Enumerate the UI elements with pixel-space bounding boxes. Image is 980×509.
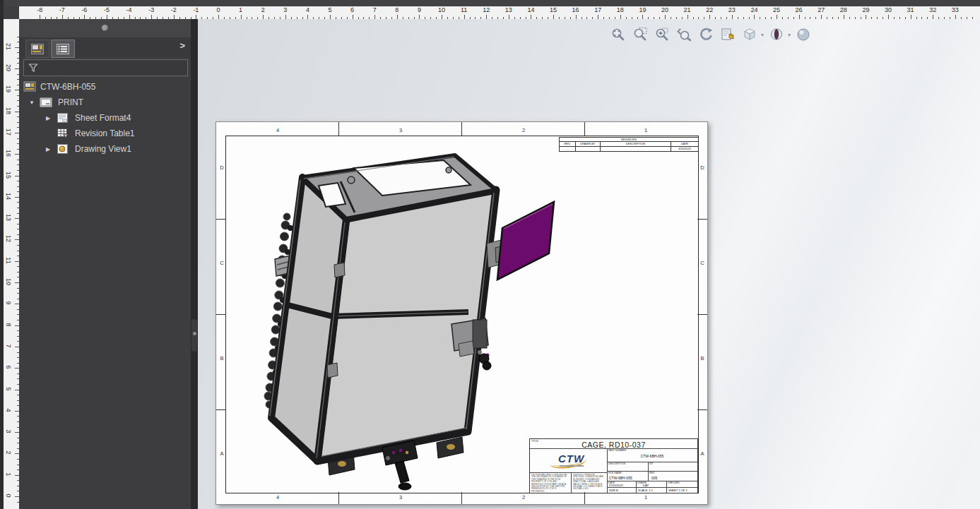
tree-item-print[interactable]: ▼PRINT	[19, 95, 191, 110]
ruler-label: -4	[124, 6, 135, 13]
title-block[interactable]: TITLE: CAGE, RD10-037 CTW PROPRIETARY AN…	[529, 438, 698, 493]
splitter-grip-handle[interactable]	[191, 319, 197, 352]
revision-cell	[601, 147, 671, 151]
hide-show-items-dropdown-caret[interactable]: ▾	[788, 32, 791, 38]
ruler-label: 28	[838, 6, 849, 13]
display-style-icon	[742, 27, 757, 42]
weight-label: WT:	[649, 462, 654, 465]
ruler-label: 3	[280, 6, 291, 13]
splitter-grip-dot	[193, 332, 196, 335]
ruler-label: 19	[5, 85, 12, 93]
tree-item-revision-table1[interactable]: 1Revision Table1	[19, 126, 191, 141]
file-name-value: CTW-6BH-055	[609, 476, 632, 480]
display-style-dropdown-caret[interactable]: ▾	[761, 32, 764, 38]
window-top-strip	[0, 0, 980, 6]
rotate-view-button[interactable]	[697, 25, 715, 44]
rev-value: 005	[651, 476, 657, 480]
tree-item-label: PRINT	[58, 97, 83, 107]
ruler-label: 13	[5, 213, 12, 222]
display-style-button[interactable]	[740, 25, 759, 44]
tree-item-drawing-view1[interactable]: ▶Drawing View1	[19, 141, 191, 157]
ruler-label: 0	[213, 6, 224, 13]
ruler-label: 3	[5, 427, 12, 436]
previous-view-button[interactable]	[675, 25, 693, 44]
revision-table-icon: 1	[57, 128, 69, 139]
top-sensor-right	[446, 167, 451, 173]
tree-item-ctw-6bh-055[interactable]: CTW-6BH-055	[19, 79, 191, 95]
logo-subtext-line	[560, 465, 584, 467]
ruler-label: 17	[592, 6, 603, 13]
ruler-label: 26	[793, 6, 805, 13]
feature-manager-panel: > CTW-6BH-055▼PRINT▶Sheet Format41Revisi…	[19, 19, 191, 509]
zoom-in-out-button[interactable]	[653, 25, 671, 44]
ruler-label: 11	[459, 6, 470, 13]
hide-show-items-button[interactable]	[767, 25, 786, 44]
ruler-label: 16	[570, 6, 581, 13]
panel-grip-icon[interactable]	[102, 25, 108, 31]
filter-input[interactable]	[23, 59, 188, 76]
display-pane-tab[interactable]	[51, 40, 75, 58]
ruler-label: 16	[5, 149, 12, 157]
zoom-to-fit-button[interactable]	[609, 25, 627, 44]
collapsed-arrow-icon[interactable]: ▶	[45, 115, 52, 121]
revision-table[interactable]: REVISIONS REV.DRAWN BYDESCRIPTIONDATE -4…	[559, 137, 699, 152]
ruler-label: 21	[682, 6, 693, 13]
ruler-label: 22	[704, 6, 715, 13]
ruler-label: 23	[726, 6, 738, 13]
ruler-horizontal: -8-7-6-5-4-3-2-1012345678910111213141516…	[19, 6, 980, 20]
ruler-label: 0	[5, 491, 12, 500]
ruler-label: 18	[615, 6, 626, 13]
size-value: SIZE B	[609, 489, 618, 492]
scale-value: SCALE: 1:1	[638, 489, 653, 492]
ruler-label: 31	[905, 6, 916, 13]
sheet-format-icon	[57, 112, 69, 124]
description-label: DESCRIPTION:	[608, 462, 626, 465]
tree-item-label: CTW-6BH-055	[40, 82, 95, 92]
drawing-view-icon	[57, 143, 69, 155]
ruler-label: 8	[5, 321, 12, 329]
collapsed-arrow-icon[interactable]: ▶	[45, 146, 52, 152]
ruler-label: 11	[5, 256, 12, 265]
ruler-label: 19	[637, 6, 648, 13]
ruler-label: 9	[5, 299, 12, 307]
panel-expand-chevron[interactable]: >	[179, 40, 185, 51]
ruler-label: 8	[391, 6, 403, 13]
render-sphere-button[interactable]	[794, 25, 813, 44]
panel-tabs: >	[19, 37, 191, 57]
tolerance-note: UNLESS OTHERWISE SPECIFIED: DIMENSIONS A…	[573, 474, 606, 492]
ruler-label: 30	[882, 6, 894, 13]
feature-tree-tab[interactable]	[25, 40, 49, 58]
ruler-label: 20	[659, 6, 671, 13]
tree-item-sheet-format4[interactable]: ▶Sheet Format4	[19, 110, 191, 126]
ruler-label: 18	[5, 107, 12, 115]
ruler-label: 1	[235, 6, 247, 13]
ruler-label: 4	[302, 6, 313, 13]
ruler-label: 9	[413, 6, 425, 13]
graphics-area[interactable]: ▾▾ 44332211DDCCBBAA	[198, 19, 980, 509]
top-sensor-left	[348, 176, 355, 184]
ruler-label: 14	[525, 6, 536, 13]
ruler-label: 12	[480, 6, 492, 13]
3d-drawing-view-button[interactable]	[719, 25, 737, 44]
rev-label: REV:	[649, 472, 655, 474]
ruler-label: -7	[57, 6, 68, 13]
render-sphere-icon	[796, 27, 811, 42]
ruler-label: 5	[5, 385, 12, 393]
panel-header[interactable]	[19, 19, 191, 38]
ruler-label: 24	[748, 6, 760, 13]
ruler-label: 2	[257, 6, 268, 13]
filter-funnel-icon	[28, 62, 39, 73]
drawing-sheet[interactable]: 44332211DDCCBBAA	[216, 121, 708, 505]
sheet-value: SHEET 1 OF 1	[668, 489, 687, 492]
sheet-icon	[40, 97, 52, 108]
revision-cell: -	[560, 147, 576, 151]
ruler-label: 21	[5, 42, 12, 51]
expanded-arrow-icon[interactable]: ▼	[28, 100, 35, 106]
zoom-to-area-button[interactable]	[631, 25, 649, 44]
feature-tree: CTW-6BH-055▼PRINT▶Sheet Format41Revision…	[19, 78, 191, 509]
panel-splitter[interactable]	[191, 19, 198, 509]
ruler-label: 25	[771, 6, 782, 13]
tree-item-label: Sheet Format4	[75, 113, 131, 123]
ruler-label: 6	[347, 6, 358, 13]
part-number-label: PART NUMBER:	[608, 449, 627, 452]
